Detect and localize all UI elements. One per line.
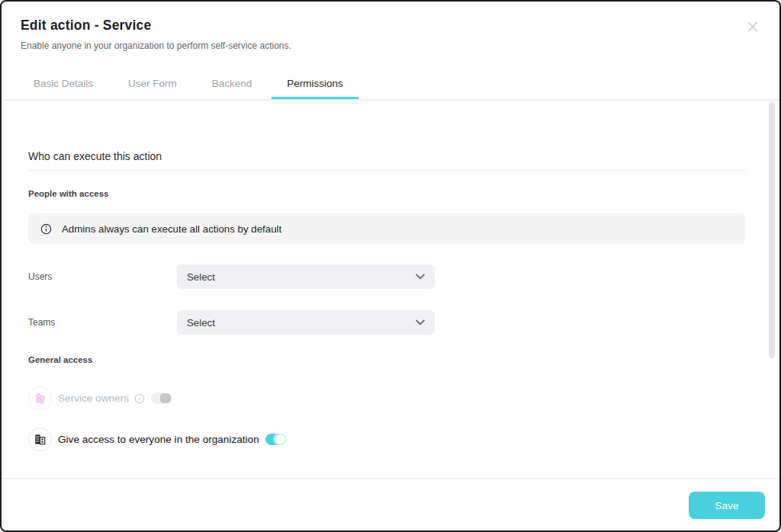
organization-buildings-icon xyxy=(33,432,47,447)
close-icon[interactable] xyxy=(744,18,761,35)
footer-divider xyxy=(2,478,779,479)
info-circle-icon[interactable] xyxy=(134,393,145,404)
info-banner-text: Admins always can execute all actions by… xyxy=(62,223,281,235)
chevron-down-icon xyxy=(416,274,425,280)
everyone-access-row: Give access to everyone in the organizat… xyxy=(28,428,746,451)
info-circle-icon xyxy=(40,223,52,235)
tab-bar: Basic Details User Form Backend Permissi… xyxy=(18,70,358,99)
everyone-access-label: Give access to everyone in the organizat… xyxy=(58,434,259,445)
general-access-label: General access xyxy=(28,355,92,364)
team-cluster-icon xyxy=(33,391,47,405)
tab-permissions[interactable]: Permissions xyxy=(272,70,358,99)
users-label: Users xyxy=(28,271,52,282)
teams-select[interactable]: Select xyxy=(177,310,435,335)
users-select-value: Select xyxy=(187,271,215,283)
service-owners-toggle[interactable] xyxy=(151,393,172,404)
scrollbar[interactable] xyxy=(769,101,775,358)
chevron-down-icon xyxy=(416,319,425,325)
section-title: Who can execute this action xyxy=(28,150,162,162)
avatar xyxy=(28,428,52,451)
tabs-divider xyxy=(2,99,779,101)
tab-basic-details[interactable]: Basic Details xyxy=(18,70,108,99)
modal-title: Edit action - Service xyxy=(21,18,151,34)
tab-user-form[interactable]: User Form xyxy=(113,70,192,99)
info-banner: Admins always can execute all actions by… xyxy=(28,213,746,244)
section-divider xyxy=(28,170,746,171)
tab-backend[interactable]: Backend xyxy=(197,70,268,99)
modal-subtitle: Enable anyone in your organization to pe… xyxy=(21,40,291,51)
service-owners-label: Service owners xyxy=(58,393,129,404)
avatar xyxy=(28,386,52,410)
save-button[interactable]: Save xyxy=(689,492,765,519)
people-with-access-label: People with access xyxy=(28,189,108,198)
teams-label: Teams xyxy=(28,317,55,328)
everyone-access-toggle[interactable] xyxy=(265,434,286,445)
users-select[interactable]: Select xyxy=(177,264,435,289)
service-owners-row: Service owners xyxy=(28,386,746,410)
edit-action-modal: Edit action - Service Enable anyone in y… xyxy=(0,0,781,532)
teams-select-value: Select xyxy=(187,317,215,328)
